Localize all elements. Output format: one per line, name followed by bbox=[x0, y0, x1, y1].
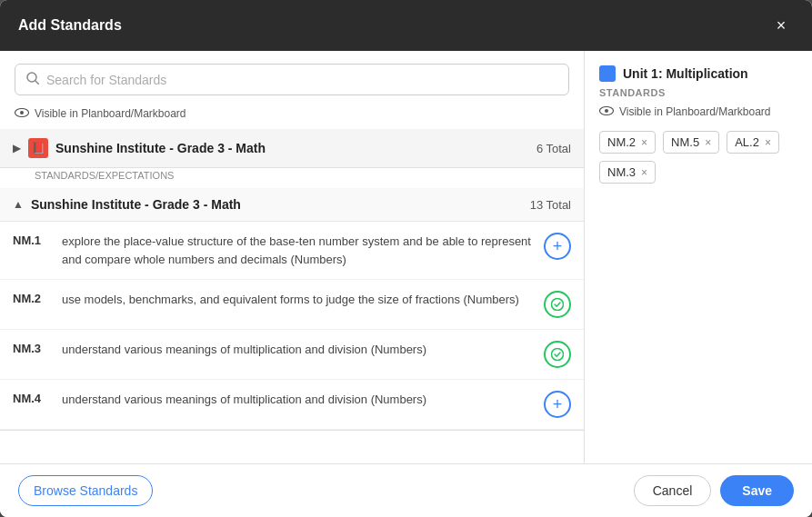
right-panel: Unit 1: Multiplication STANDARDS Visible… bbox=[585, 51, 812, 463]
standard-tag: NM.2× bbox=[599, 131, 656, 154]
unit-color-box bbox=[599, 65, 616, 82]
expanded-section: ▲ Sunshine Institute - Grade 3 - Math 13… bbox=[0, 188, 584, 431]
right-visibility-row: Visible in Planboard/Markboard bbox=[599, 105, 797, 118]
search-area bbox=[0, 51, 584, 103]
standard-tag: NM.3× bbox=[599, 161, 656, 184]
table-row: NM.4 understand various meanings of mult… bbox=[0, 380, 584, 430]
standard-description: explore the place-value structure of the… bbox=[62, 233, 533, 268]
search-visibility-row: Visible in Planboard/Markboard bbox=[0, 103, 584, 129]
footer-actions: Cancel Save bbox=[634, 475, 794, 506]
book-icon: 📕 bbox=[28, 138, 48, 158]
standard-description: use models, benchmarks, and equivalent f… bbox=[62, 291, 533, 309]
browse-standards-button[interactable]: Browse Standards bbox=[18, 475, 153, 506]
tag-code: AL.2 bbox=[735, 135, 759, 149]
standard-description: understand various meanings of multiplic… bbox=[62, 391, 533, 409]
tag-code: NM.3 bbox=[607, 165, 636, 179]
standard-code: NM.4 bbox=[13, 391, 51, 405]
expanded-section-header[interactable]: ▲ Sunshine Institute - Grade 3 - Math 13… bbox=[0, 188, 584, 222]
eye-icon bbox=[15, 106, 29, 120]
collapsed-section-title: Sunshine Institute - Grade 3 - Math bbox=[55, 141, 266, 155]
add-standard-button[interactable]: + bbox=[544, 391, 571, 418]
right-visibility-label: Visible in Planboard/Markboard bbox=[619, 105, 771, 118]
close-button[interactable]: × bbox=[768, 13, 794, 38]
standard-code: NM.3 bbox=[13, 341, 51, 355]
svg-point-7 bbox=[605, 109, 608, 113]
search-icon bbox=[26, 72, 39, 87]
table-row: NM.2 use models, benchmarks, and equival… bbox=[0, 280, 584, 330]
right-standards-label: STANDARDS bbox=[599, 87, 797, 98]
modal-header: Add Standards × bbox=[0, 0, 812, 51]
search-input[interactable] bbox=[46, 73, 557, 87]
tag-code: NM.5 bbox=[671, 135, 699, 149]
left-panel: Visible in Planboard/Markboard ▶ 📕 Sunsh… bbox=[0, 51, 585, 463]
modal-footer: Browse Standards Cancel Save bbox=[0, 463, 812, 517]
tags-area: NM.2×NM.5×AL.2×NM.3× bbox=[599, 131, 797, 184]
svg-point-5 bbox=[552, 349, 564, 361]
expanded-section-title: Sunshine Institute - Grade 3 - Math bbox=[31, 197, 241, 212]
tag-remove-button[interactable]: × bbox=[705, 136, 711, 149]
visibility-label: Visible in Planboard/Markboard bbox=[35, 107, 186, 120]
unit-name: Unit 1: Multiplication bbox=[623, 66, 748, 81]
standard-tag: NM.5× bbox=[663, 131, 719, 154]
modal-title: Add Standards bbox=[18, 17, 122, 34]
collapsed-section[interactable]: ▶ 📕 Sunshine Institute - Grade 3 - Math … bbox=[0, 129, 584, 188]
standards-list: ▶ 📕 Sunshine Institute - Grade 3 - Math … bbox=[0, 129, 584, 463]
table-row: NM.1 explore the place-value structure o… bbox=[0, 222, 584, 280]
cancel-button[interactable]: Cancel bbox=[634, 475, 712, 506]
add-standards-modal: Add Standards × bbox=[0, 0, 812, 517]
tag-remove-button[interactable]: × bbox=[765, 136, 771, 149]
unit-header: Unit 1: Multiplication bbox=[599, 65, 797, 82]
tag-remove-button[interactable]: × bbox=[641, 136, 647, 149]
remove-standard-button[interactable] bbox=[544, 341, 571, 368]
chevron-right-icon: ▶ bbox=[13, 142, 21, 154]
collapsed-section-count: 6 Total bbox=[536, 142, 571, 155]
standard-code: NM.2 bbox=[13, 291, 51, 305]
modal-body: Visible in Planboard/Markboard ▶ 📕 Sunsh… bbox=[0, 51, 812, 463]
search-box bbox=[15, 64, 569, 95]
svg-line-1 bbox=[35, 81, 39, 85]
save-button[interactable]: Save bbox=[720, 475, 794, 506]
remove-standard-button[interactable] bbox=[544, 291, 571, 318]
collapsed-section-subtitle: STANDARDS/EXPECTATIONS bbox=[35, 170, 584, 188]
table-row: NM.3 understand various meanings of mult… bbox=[0, 330, 584, 380]
standard-tag: AL.2× bbox=[727, 131, 779, 154]
add-standard-button[interactable]: + bbox=[544, 233, 571, 260]
expanded-section-count: 13 Total bbox=[530, 198, 571, 212]
chevron-down-icon: ▲ bbox=[13, 198, 24, 211]
svg-point-3 bbox=[20, 111, 24, 114]
right-eye-icon bbox=[599, 105, 614, 118]
standard-code: NM.1 bbox=[13, 233, 51, 247]
tag-code: NM.2 bbox=[607, 135, 636, 149]
standard-description: understand various meanings of multiplic… bbox=[62, 341, 533, 359]
tag-remove-button[interactable]: × bbox=[641, 166, 647, 179]
svg-point-4 bbox=[552, 299, 564, 311]
